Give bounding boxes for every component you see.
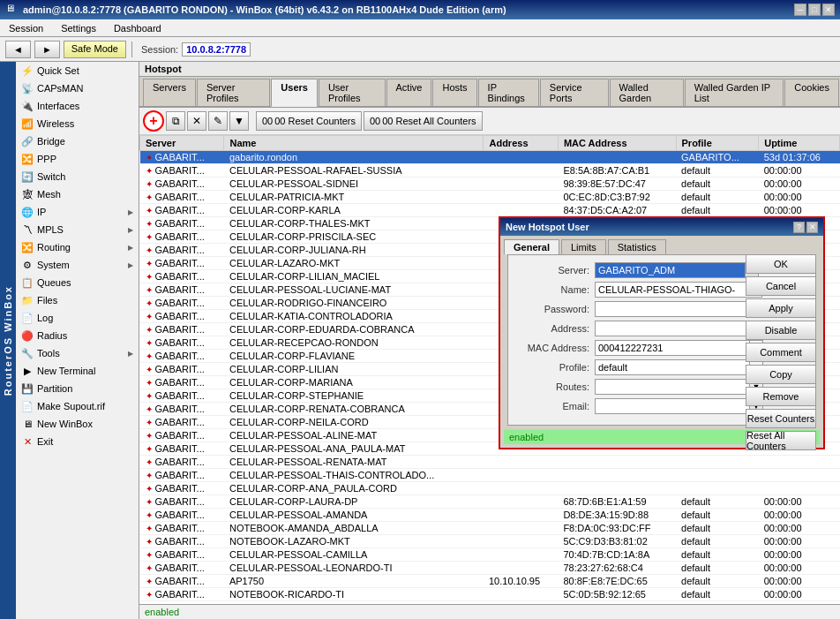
comment-button[interactable]: Comment (746, 343, 816, 362)
tab-users[interactable]: Users (271, 79, 318, 107)
sidebar-item-new-terminal[interactable]: ▶ New Terminal (16, 362, 139, 380)
table-row[interactable]: ✦ GABARIT... NOTEBOOK-AMANDA_ABDALLA F8:… (140, 522, 840, 535)
col-mac[interactable]: MAC Address (558, 136, 676, 151)
table-row[interactable]: ✦ GABARIT... CELULAR-PATRICIA-MKT 0C:EC:… (140, 191, 840, 204)
sidebar-item-ppp[interactable]: 🔀 PPP (16, 150, 139, 168)
table-row[interactable]: ✦ GABARIT... NOTEBOOK-LAZARO-MKT 5C:C9:D… (140, 535, 840, 548)
table-row[interactable]: ✦ GABARIT... CELULAR-PESSOAL-RAFAEL-SUSS… (140, 164, 840, 177)
tab-server-profiles[interactable]: Server Profiles (197, 79, 270, 106)
table-row[interactable]: ✦ GABARIT... CELULAR-PESSOAL-AMANDA D8:D… (140, 509, 840, 522)
address-input[interactable] (595, 321, 749, 336)
col-name[interactable]: Name (224, 136, 484, 151)
tab-cookies[interactable]: Cookies (784, 79, 839, 106)
tab-walled-garden-ip[interactable]: Walled Garden IP List (685, 79, 784, 106)
reset-counters-modal-button[interactable]: Reset Counters (746, 409, 816, 428)
sidebar-item-wireless[interactable]: 📶 Wireless (16, 115, 139, 132)
sidebar-item-ip[interactable]: 🌐 IP ▶ (16, 203, 139, 221)
sidebar-item-queues[interactable]: 📋 Queues (16, 274, 139, 291)
sidebar-item-capsman[interactable]: 📡 CAPsMAN (16, 79, 139, 97)
menu-session[interactable]: Session (5, 22, 47, 34)
back-button[interactable]: ◄ (5, 41, 31, 58)
sidebar-item-exit[interactable]: ✕ Exit (16, 433, 139, 450)
name-input[interactable] (595, 282, 762, 298)
sidebar-item-log[interactable]: 📄 Log (16, 309, 139, 327)
cell-mac: 70:4D:7B:CD:1A:8A (558, 548, 676, 562)
table-row[interactable]: ✦ GABARIT... gabarito.rondon GABARITO...… (140, 151, 840, 164)
sidebar-item-new-winbox[interactable]: 🖥 New WinBox (16, 415, 139, 433)
delete-button[interactable]: ✕ (187, 111, 206, 131)
col-profile[interactable]: Profile (676, 136, 759, 151)
reset-all-icon: 00 (370, 116, 380, 126)
table-row[interactable]: ✦ GABARIT... CELULAR-PESSOAL-RENATA-MAT (140, 456, 840, 469)
modal-help-btn[interactable]: ? (793, 222, 805, 233)
table-row[interactable]: ✦ GABARIT... AP1750 10.10.10.95 80:8F:E8… (140, 575, 840, 588)
modal-tab-limits[interactable]: Limits (561, 239, 606, 254)
remove-button[interactable]: Remove (746, 387, 816, 406)
close-btn[interactable]: ✕ (822, 4, 835, 16)
sidebar-item-radius[interactable]: 🔴 Radius (16, 327, 139, 344)
menu-dashboard[interactable]: Dashboard (110, 22, 165, 34)
table-row[interactable]: ✦ GABARIT... NOTEBOOK-RICARDO-TI 5C:0D:5… (140, 588, 840, 601)
sidebar-item-routing[interactable]: 🔀 Routing ▶ (16, 238, 139, 256)
apply-button[interactable]: Apply (746, 298, 816, 318)
sidebar-item-files[interactable]: 📁 Files (16, 291, 139, 309)
password-input[interactable] (595, 301, 762, 317)
tab-service-ports[interactable]: Service Ports (540, 79, 609, 106)
sidebar-item-partition[interactable]: 💾 Partition (16, 380, 139, 397)
forward-button[interactable]: ► (34, 41, 60, 58)
sidebar-item-mesh[interactable]: 🕸 Mesh (16, 185, 139, 203)
table-row[interactable]: ✦ GABARIT... CELULAR-PESSOAL-CAMILLA 70:… (140, 548, 840, 562)
table-row[interactable]: ✦ GABARIT... CELULAR-CORP-ANA_PAULA-CORD (140, 482, 840, 495)
sidebar-item-make-supout[interactable]: 📄 Make Supout.rif (16, 397, 139, 415)
server-input[interactable] (595, 262, 745, 278)
copy-button[interactable]: Copy (746, 365, 816, 384)
minimize-btn[interactable]: ─ (794, 4, 806, 16)
disable-button[interactable]: Disable (746, 321, 816, 340)
table-row[interactable]: ✦ GABARIT... CELULAR-CORP-KARLA 84:37:D5… (140, 204, 840, 217)
edit-button[interactable]: ✎ (208, 111, 228, 131)
table-row[interactable]: ✦ GABARIT... CELULAR-PESSOAL-SIDNEI 98:3… (140, 177, 840, 191)
interfaces-icon: 🔌 (21, 100, 34, 112)
cell-uptime: 00:00:00 (759, 495, 840, 509)
sidebar-item-interfaces[interactable]: 🔌 Interfaces (16, 97, 139, 115)
reset-all-counters-modal-button[interactable]: Reset All Counters (746, 431, 816, 450)
tab-active[interactable]: Active (386, 79, 432, 106)
maximize-btn[interactable]: □ (808, 4, 821, 16)
routes-input[interactable] (595, 379, 749, 395)
tab-user-profiles[interactable]: User Profiles (319, 79, 386, 106)
ok-button[interactable]: OK (746, 254, 816, 274)
table-row[interactable]: ✦ GABARIT... CELULAR-CORP-LAURA-DP 68:7D… (140, 495, 840, 509)
profile-input[interactable] (595, 359, 749, 375)
reset-all-counters-button[interactable]: 00 00 Reset All Counters (364, 111, 483, 131)
table-row[interactable]: ✦ GABARIT... CELULAR-PESSOAL-THAIS-CONTR… (140, 469, 840, 482)
tab-servers[interactable]: Servers (143, 79, 196, 106)
menu-settings[interactable]: Settings (57, 22, 100, 34)
modal-tab-statistics[interactable]: Statistics (608, 239, 666, 254)
tab-walled-garden[interactable]: Walled Garden (610, 79, 684, 106)
row-icon: ✦ (146, 179, 153, 189)
sidebar-item-quickset[interactable]: ⚡ Quick Set (16, 62, 139, 79)
tab-hosts[interactable]: Hosts (432, 79, 476, 106)
sidebar-item-tools[interactable]: 🔧 Tools ▶ (16, 344, 139, 362)
reset-counters-button[interactable]: 00 00 Reset Counters (256, 111, 362, 131)
mac-input[interactable] (595, 340, 749, 356)
sidebar-item-system[interactable]: ⚙ System ▶ (16, 256, 139, 274)
modal-close-btn[interactable]: ✕ (806, 222, 818, 233)
cell-profile: default (676, 495, 759, 509)
add-button[interactable]: + (143, 110, 164, 132)
cancel-button[interactable]: Cancel (746, 276, 816, 296)
col-address[interactable]: Address (484, 136, 558, 151)
col-server[interactable]: Server (140, 136, 224, 151)
filter-button[interactable]: ▼ (229, 111, 249, 131)
col-uptime[interactable]: Uptime (759, 136, 840, 151)
cell-profile: default (676, 562, 759, 575)
modal-tab-general[interactable]: General (504, 239, 559, 254)
sidebar-item-bridge[interactable]: 🔗 Bridge (16, 132, 139, 150)
safe-mode-button[interactable]: Safe Mode (64, 41, 126, 58)
table-row[interactable]: ✦ GABARIT... CELULAR-PESSOAL-LEONARDO-TI… (140, 562, 840, 575)
tab-ip-bindings[interactable]: IP Bindings (478, 79, 539, 106)
sidebar-item-switch[interactable]: 🔄 Switch (16, 168, 139, 185)
email-input[interactable] (595, 398, 749, 414)
copy-item-button[interactable]: ⧉ (166, 111, 185, 131)
sidebar-item-mpls[interactable]: 〽 MPLS ▶ (16, 221, 139, 238)
